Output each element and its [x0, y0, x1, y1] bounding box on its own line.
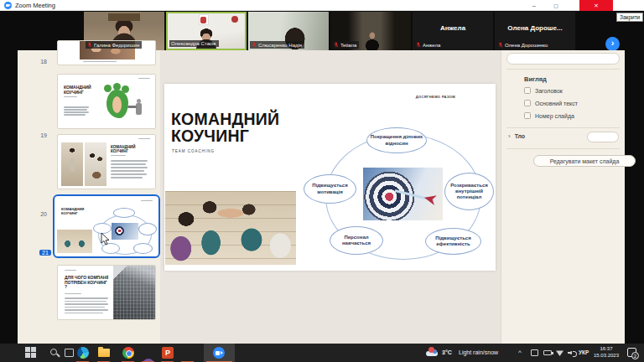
slide-filmstrip[interactable]: 18 19 20 КОМАНДНИЙ КОУЧИНГ	[18, 50, 160, 344]
slide-subtitle: TEAM COACHING	[172, 149, 215, 153]
slide-number-selected: 21	[39, 250, 51, 256]
muted-mic-icon	[252, 42, 257, 48]
slide-number: 18	[30, 59, 47, 65]
slide-number: 19	[30, 132, 47, 138]
participant-name-badge: Анжела	[414, 41, 443, 49]
diagram-bubble-right: Розкривається внутрішній потенціал	[444, 173, 494, 210]
current-slide[interactable]: ДОСЯГНЕМО РАЗОМ КОМАНДНИЙ КОУЧИНГ TEAM C…	[164, 84, 496, 271]
checkbox[interactable]	[524, 100, 531, 106]
zoom-app-icon	[4, 2, 12, 9]
clock-date[interactable]: 15.03.2023	[594, 353, 619, 358]
next-videos-button[interactable]: ›	[605, 37, 620, 51]
wall-picture	[199, 14, 209, 25]
background-color-swatch[interactable]	[587, 132, 619, 142]
weather-condition[interactable]: Light rain/snow	[459, 349, 498, 355]
muted-mic-icon	[87, 42, 92, 48]
checkbox-row-title[interactable]: Заголовок	[524, 87, 563, 94]
target-image	[363, 168, 443, 220]
chrome-browser-icon[interactable]	[122, 347, 134, 359]
diagram-bubble-left: Підвищується мотивація	[304, 174, 356, 204]
checkbox[interactable]	[524, 87, 531, 94]
mini-bubble	[113, 208, 135, 218]
windows-taskbar: 100 P 3°C Light rain/snow ^ УКР 16:37 15…	[0, 344, 644, 362]
video-tile[interactable]: Слюсаренко Надія	[248, 12, 329, 50]
file-explorer-icon[interactable]	[98, 347, 110, 359]
wall-decor	[231, 16, 238, 23]
close-button[interactable]: ✕	[579, 0, 613, 11]
start-button-icon[interactable]	[25, 347, 37, 359]
thumbnail-slide-19[interactable]: КОМАНДНИЙ КОУЧИНГ	[57, 74, 156, 129]
participant-name-badge: Олена Дорошенко	[496, 41, 550, 49]
battery-icon[interactable]	[543, 350, 552, 355]
participant-name: Tetiana	[340, 43, 356, 48]
muted-mic-icon	[334, 42, 339, 48]
slide-eyebrow: ДОСЯГНЕМО РАЗОМ	[416, 95, 455, 99]
knight-cartoon	[136, 103, 142, 115]
tray-device-icon[interactable]	[531, 349, 538, 356]
diagram-bubble-top: Покращення ділових відносин	[366, 127, 427, 153]
tray-chevron-icon[interactable]: ^	[518, 349, 522, 356]
participant-name-badge: Tetiana	[332, 41, 359, 49]
participant-name: Анжела	[423, 43, 440, 48]
muted-mic-icon	[498, 42, 503, 48]
screen: Zoom Meeting – ▢ ✕ Закрити Галина Федори…	[0, 0, 644, 362]
search-icon[interactable]	[49, 347, 60, 359]
team-photo	[165, 191, 296, 265]
thumbnail-photo	[57, 230, 92, 253]
participant-display-name: Олена Дороше...	[495, 24, 575, 32]
slide-canvas[interactable]: ДОСЯГНЕМО РАЗОМ КОМАНДНИЙ КОУЧИНГ TEAM C…	[160, 50, 501, 344]
dragon-cartoon	[106, 90, 128, 118]
mini-bubble	[138, 223, 157, 235]
mini-target-image	[112, 223, 138, 240]
edit-layout-button[interactable]: Редагувати макет слайда	[533, 155, 636, 167]
checkbox[interactable]	[524, 112, 531, 119]
video-tile-no-video[interactable]: Олена Дороше... Олена Дорошенко	[495, 12, 575, 50]
arrow-graphic	[395, 189, 434, 201]
video-tile[interactable]: Tetiana	[330, 12, 411, 50]
checkbox-row-body[interactable]: Основний текст	[524, 100, 578, 106]
video-tile-active-speaker[interactable]: Олександра Стасів	[166, 12, 247, 50]
zoom-taskbar-active[interactable]	[204, 344, 235, 362]
slides-app: 18 19 20 КОМАНДНИЙ КОУЧИНГ	[18, 50, 625, 344]
video-tile-no-video[interactable]: Анжела Анжела	[413, 12, 493, 50]
participant-name-badge: Олександра Стасів	[169, 40, 219, 47]
slide-number: 20	[30, 211, 47, 217]
powerpoint-icon[interactable]: P	[162, 347, 174, 359]
background-row[interactable]: › Тло	[508, 132, 525, 140]
participant-name: Слюсаренко Надія	[258, 43, 302, 48]
muted-mic-icon	[416, 42, 421, 48]
layout-properties-panel: Вигляд Заголовок Основний текст Номер сл…	[501, 50, 625, 344]
maximize-button[interactable]: ▢	[547, 0, 565, 11]
task-view-icon[interactable]	[64, 347, 75, 359]
weather-icon[interactable]	[426, 349, 438, 356]
panel-text-field[interactable]	[506, 53, 620, 65]
panel-section-title: Вигляд	[524, 75, 547, 83]
thumbnail-photo	[61, 142, 83, 186]
action-center-icon[interactable]: 2	[627, 348, 636, 357]
slide-title: КОМАНДНИЙ КОУЧИНГ	[171, 111, 279, 145]
participant-name: Олена Дорошенко	[505, 43, 548, 48]
thumbnail-building-photo	[113, 266, 155, 320]
volume-icon[interactable]	[568, 349, 575, 356]
clock-time[interactable]: 16:37	[594, 346, 619, 351]
chevron-right-icon[interactable]: ›	[508, 132, 511, 140]
zoom-icon	[213, 347, 225, 359]
mouse-cursor	[101, 233, 111, 246]
diagram-bubble-bottom-right: Підвищується ефективність	[425, 228, 481, 255]
minimize-button[interactable]: –	[525, 0, 543, 11]
thumbnail-slide-20[interactable]: КОМАНДНИЙ КОУЧИНГ	[57, 134, 156, 189]
weather-temp[interactable]: 3°C	[442, 349, 452, 355]
close-tooltip: Закрити	[616, 13, 643, 22]
checkbox-row-slide-number[interactable]: Номер слайда	[524, 112, 574, 119]
window-title: Zoom Meeting	[15, 2, 55, 9]
thumbnail-slide-22[interactable]: ДЛЯ ЧОГО КОМПАНІЇ ПОТРІБЕН КОУЧИНГ ?	[57, 265, 156, 320]
mini-bubble	[133, 243, 153, 254]
participant-name-badge: Галина Федоришин	[86, 41, 142, 49]
network-icon[interactable]	[556, 349, 564, 356]
thumbnail-slide-21-selected[interactable]: КОМАНДНИЙ КОУЧИНГ	[53, 194, 160, 258]
language-indicator[interactable]: УКР	[579, 349, 589, 355]
edge-browser-icon[interactable]	[77, 347, 89, 359]
diagram-bubble-bottom-left: Персонал навчається	[330, 226, 383, 255]
participant-name-badge: Слюсаренко Надія	[250, 41, 304, 49]
participant-name: Олександра Стасів	[171, 41, 216, 46]
